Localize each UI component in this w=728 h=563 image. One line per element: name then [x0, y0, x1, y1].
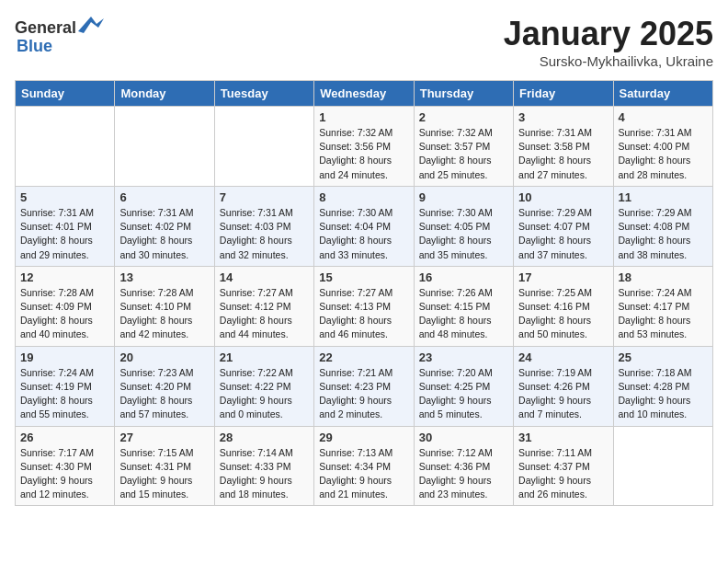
calendar-week-row: 19Sunrise: 7:24 AMSunset: 4:19 PMDayligh…: [16, 346, 713, 426]
day-info: Sunrise: 7:27 AMSunset: 4:12 PMDaylight:…: [220, 286, 309, 342]
weekday-header-saturday: Saturday: [613, 81, 712, 107]
day-info: Sunrise: 7:15 AMSunset: 4:31 PMDaylight:…: [119, 446, 209, 502]
day-info: Sunrise: 7:31 AMSunset: 4:03 PMDaylight:…: [220, 206, 309, 262]
day-number: 23: [419, 350, 508, 364]
calendar-week-row: 5Sunrise: 7:31 AMSunset: 4:01 PMDaylight…: [16, 186, 713, 266]
day-number: 20: [119, 350, 209, 364]
day-number: 30: [419, 431, 508, 444]
day-number: 21: [220, 350, 309, 364]
calendar-day-cell: 29Sunrise: 7:13 AMSunset: 4:34 PMDayligh…: [314, 426, 414, 506]
calendar-day-cell: 8Sunrise: 7:30 AMSunset: 4:04 PMDaylight…: [314, 186, 414, 266]
day-info: Sunrise: 7:24 AMSunset: 4:17 PMDaylight:…: [619, 286, 708, 342]
day-info: Sunrise: 7:29 AMSunset: 4:08 PMDaylight:…: [619, 206, 708, 262]
title-block: January 2025 Sursko-Mykhailivka, Ukraine: [504, 15, 713, 69]
calendar-day-cell: 22Sunrise: 7:21 AMSunset: 4:23 PMDayligh…: [314, 346, 414, 426]
empty-day-cell: [115, 107, 214, 187]
month-title: January 2025: [504, 15, 713, 53]
calendar-day-cell: 25Sunrise: 7:18 AMSunset: 4:28 PMDayligh…: [613, 346, 712, 426]
day-info: Sunrise: 7:24 AMSunset: 4:19 PMDaylight:…: [20, 366, 109, 422]
day-number: 16: [419, 270, 508, 284]
day-info: Sunrise: 7:27 AMSunset: 4:13 PMDaylight:…: [319, 286, 408, 342]
calendar-table: SundayMondayTuesdayWednesdayThursdayFrid…: [15, 80, 713, 506]
weekday-header-wednesday: Wednesday: [314, 81, 414, 107]
day-info: Sunrise: 7:21 AMSunset: 4:23 PMDaylight:…: [319, 366, 408, 422]
day-number: 19: [20, 350, 109, 364]
day-number: 2: [419, 110, 508, 124]
calendar-day-cell: 5Sunrise: 7:31 AMSunset: 4:01 PMDaylight…: [16, 186, 115, 266]
day-number: 1: [319, 110, 408, 124]
day-number: 28: [220, 431, 309, 444]
day-info: Sunrise: 7:32 AMSunset: 3:56 PMDaylight:…: [319, 126, 408, 182]
day-number: 27: [119, 431, 209, 444]
day-info: Sunrise: 7:31 AMSunset: 4:01 PMDaylight:…: [20, 206, 109, 262]
day-info: Sunrise: 7:19 AMSunset: 4:26 PMDaylight:…: [518, 366, 608, 422]
calendar-day-cell: 9Sunrise: 7:30 AMSunset: 4:05 PMDaylight…: [414, 186, 513, 266]
day-number: 18: [619, 270, 708, 284]
calendar-day-cell: 16Sunrise: 7:26 AMSunset: 4:15 PMDayligh…: [414, 266, 513, 346]
calendar-week-row: 1Sunrise: 7:32 AMSunset: 3:56 PMDaylight…: [16, 107, 713, 187]
day-number: 4: [619, 110, 708, 124]
weekday-header-tuesday: Tuesday: [214, 81, 313, 107]
calendar-day-cell: 18Sunrise: 7:24 AMSunset: 4:17 PMDayligh…: [613, 266, 712, 346]
calendar-day-cell: 15Sunrise: 7:27 AMSunset: 4:13 PMDayligh…: [314, 266, 414, 346]
day-number: 13: [119, 270, 209, 284]
day-number: 3: [518, 110, 608, 124]
day-info: Sunrise: 7:20 AMSunset: 4:25 PMDaylight:…: [419, 366, 508, 422]
day-info: Sunrise: 7:12 AMSunset: 4:36 PMDaylight:…: [419, 446, 508, 502]
day-info: Sunrise: 7:25 AMSunset: 4:16 PMDaylight:…: [518, 286, 608, 342]
day-number: 22: [319, 350, 408, 364]
day-info: Sunrise: 7:31 AMSunset: 4:00 PMDaylight:…: [619, 126, 708, 182]
weekday-header-thursday: Thursday: [414, 81, 513, 107]
day-info: Sunrise: 7:17 AMSunset: 4:30 PMDaylight:…: [20, 446, 109, 502]
day-info: Sunrise: 7:26 AMSunset: 4:15 PMDaylight:…: [419, 286, 508, 342]
day-number: 5: [20, 190, 109, 204]
svg-marker-0: [78, 17, 104, 33]
calendar-day-cell: 14Sunrise: 7:27 AMSunset: 4:12 PMDayligh…: [214, 266, 313, 346]
day-number: 26: [20, 431, 109, 444]
logo-bird-icon: [78, 15, 104, 40]
calendar-day-cell: 3Sunrise: 7:31 AMSunset: 3:58 PMDaylight…: [514, 107, 613, 187]
day-info: Sunrise: 7:13 AMSunset: 4:34 PMDaylight:…: [319, 446, 408, 502]
weekday-header-sunday: Sunday: [16, 81, 115, 107]
calendar-day-cell: 20Sunrise: 7:23 AMSunset: 4:20 PMDayligh…: [115, 346, 214, 426]
calendar-day-cell: 27Sunrise: 7:15 AMSunset: 4:31 PMDayligh…: [115, 426, 214, 506]
day-number: 25: [619, 350, 708, 364]
calendar-day-cell: 1Sunrise: 7:32 AMSunset: 3:56 PMDaylight…: [314, 107, 414, 187]
calendar-day-cell: 24Sunrise: 7:19 AMSunset: 4:26 PMDayligh…: [514, 346, 613, 426]
calendar-day-cell: 28Sunrise: 7:14 AMSunset: 4:33 PMDayligh…: [214, 426, 313, 506]
day-number: 15: [319, 270, 408, 284]
calendar-day-cell: 11Sunrise: 7:29 AMSunset: 4:08 PMDayligh…: [613, 186, 712, 266]
location-subtitle: Sursko-Mykhailivka, Ukraine: [504, 53, 713, 69]
calendar-day-cell: 7Sunrise: 7:31 AMSunset: 4:03 PMDaylight…: [214, 186, 313, 266]
day-info: Sunrise: 7:32 AMSunset: 3:57 PMDaylight:…: [419, 126, 508, 182]
calendar-day-cell: 23Sunrise: 7:20 AMSunset: 4:25 PMDayligh…: [414, 346, 513, 426]
day-info: Sunrise: 7:28 AMSunset: 4:09 PMDaylight:…: [20, 286, 109, 342]
calendar-day-cell: 26Sunrise: 7:17 AMSunset: 4:30 PMDayligh…: [16, 426, 115, 506]
day-number: 29: [319, 431, 408, 444]
empty-day-cell: [16, 107, 115, 187]
day-info: Sunrise: 7:11 AMSunset: 4:37 PMDaylight:…: [518, 446, 608, 502]
day-info: Sunrise: 7:22 AMSunset: 4:22 PMDaylight:…: [220, 366, 309, 422]
weekday-header-row: SundayMondayTuesdayWednesdayThursdayFrid…: [16, 81, 713, 107]
logo-text-blue: Blue: [17, 37, 52, 56]
day-number: 31: [518, 431, 608, 444]
calendar-day-cell: 17Sunrise: 7:25 AMSunset: 4:16 PMDayligh…: [514, 266, 613, 346]
day-info: Sunrise: 7:31 AMSunset: 3:58 PMDaylight:…: [518, 126, 608, 182]
day-info: Sunrise: 7:30 AMSunset: 4:04 PMDaylight:…: [319, 206, 408, 262]
calendar-day-cell: 30Sunrise: 7:12 AMSunset: 4:36 PMDayligh…: [414, 426, 513, 506]
calendar-day-cell: 4Sunrise: 7:31 AMSunset: 4:00 PMDaylight…: [613, 107, 712, 187]
calendar-day-cell: 13Sunrise: 7:28 AMSunset: 4:10 PMDayligh…: [115, 266, 214, 346]
calendar-day-cell: 2Sunrise: 7:32 AMSunset: 3:57 PMDaylight…: [414, 107, 513, 187]
day-number: 24: [518, 350, 608, 364]
empty-day-cell: [613, 426, 712, 506]
day-info: Sunrise: 7:28 AMSunset: 4:10 PMDaylight:…: [119, 286, 209, 342]
day-info: Sunrise: 7:31 AMSunset: 4:02 PMDaylight:…: [119, 206, 209, 262]
day-number: 8: [319, 190, 408, 204]
weekday-header-monday: Monday: [115, 81, 214, 107]
day-info: Sunrise: 7:14 AMSunset: 4:33 PMDaylight:…: [220, 446, 309, 502]
calendar-day-cell: 31Sunrise: 7:11 AMSunset: 4:37 PMDayligh…: [514, 426, 613, 506]
calendar-week-row: 26Sunrise: 7:17 AMSunset: 4:30 PMDayligh…: [16, 426, 713, 506]
calendar-day-cell: 10Sunrise: 7:29 AMSunset: 4:07 PMDayligh…: [514, 186, 613, 266]
day-number: 14: [220, 270, 309, 284]
day-number: 17: [518, 270, 608, 284]
